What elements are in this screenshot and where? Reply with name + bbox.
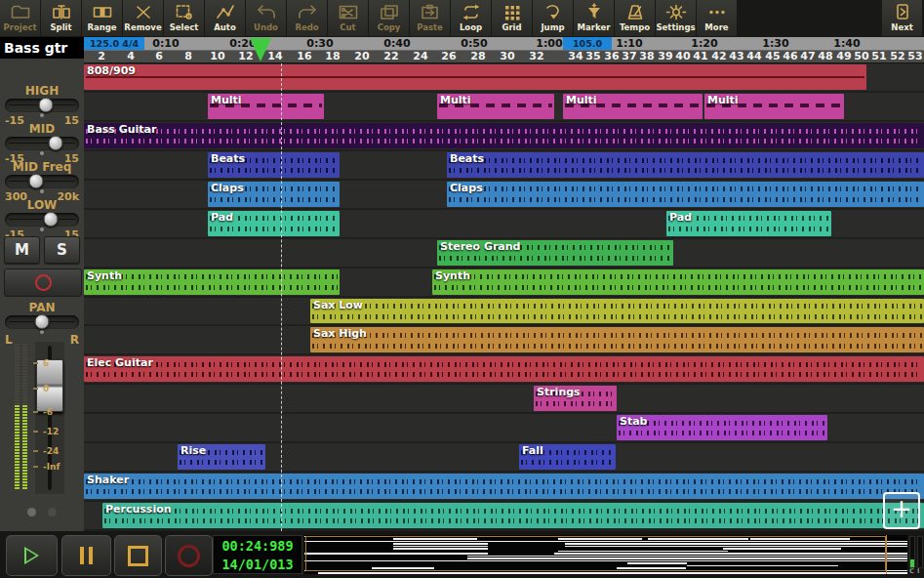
fader-cap[interactable] [36,359,63,412]
playhead-marker-icon[interactable] [250,38,271,62]
level-meter-left [15,344,20,492]
track-lane-shaker[interactable]: Shaker [84,473,924,502]
add-track-button[interactable]: + [883,492,920,529]
toolbar-button-marker[interactable]: Marker [574,0,614,36]
track-lane-stereo-grand[interactable]: Stereo Grand [84,239,924,268]
clip-percussion[interactable]: Percussion [102,503,924,528]
solo-button[interactable]: S [44,236,80,264]
panel-page-dots[interactable] [0,508,84,516]
clip-synth[interactable]: Synth [84,269,340,295]
toolbar-button-tempo[interactable]: Tempo [615,0,655,36]
clip-claps[interactable]: Claps [447,182,924,207]
stop-button[interactable] [114,535,162,576]
track-lane-pad[interactable]: PadPad [84,210,924,239]
pause-button[interactable] [61,535,111,576]
clip-stereo-grand[interactable]: Stereo Grand [437,240,673,266]
toolbar-button-loop[interactable]: Loop [451,0,491,36]
bar-number-label: 52 [890,50,904,62]
toolbar-button-auto[interactable]: Auto [205,0,245,36]
clip-claps[interactable]: Claps [208,182,340,207]
slider-groove[interactable] [5,99,79,112]
play-button[interactable] [6,535,58,576]
slider-thumb[interactable] [44,212,59,227]
ruler-time-row[interactable]: 0:100:200:300:400:501:001:101:201:301:40… [84,37,924,51]
clip-multi[interactable]: Multi [208,94,324,119]
bar-number-label: 42 [711,50,726,62]
ruler-bars-row[interactable]: 2468101214161820222426283032343536373839… [84,51,924,63]
slider-groove[interactable] [5,175,79,188]
clip-stab[interactable]: Stab [617,415,827,440]
clip-elec-guitar[interactable]: Elec Guitar [84,356,924,382]
clip-strings[interactable]: Strings [534,386,617,411]
clip-multi[interactable]: Multi [704,94,844,119]
slider-thumb[interactable] [38,98,53,112]
slider-groove[interactable] [5,137,79,150]
time-label: 0:10 [152,37,179,50]
slider-groove[interactable] [5,213,79,227]
toolbar-button-next[interactable]: Next [882,0,922,36]
folder-icon [10,1,31,22]
bar-number-label: 44 [746,50,761,62]
track-lane-synth[interactable]: SynthSynth [84,268,924,298]
toolbar-button-remove[interactable]: Remove [123,0,163,36]
clip-sax-high[interactable]: Sax High [310,327,924,352]
toolbar-button-redo[interactable]: Redo [287,0,327,36]
clip-beats[interactable]: Beats [447,152,924,178]
grid-icon [502,1,523,22]
toolbar-button-copy[interactable]: Copy [369,0,409,36]
clip-label: Synth [87,269,122,282]
clip-bass-guitar[interactable]: Bass Guitar [84,123,924,148]
clip-beats[interactable]: Beats [208,152,340,178]
clip-sax-low[interactable]: Sax Low [310,299,924,324]
pan-slider[interactable] [5,315,79,329]
remove-icon [133,1,154,22]
track-lane-rise-fall[interactable]: RiseFall [84,443,924,473]
slider-thumb[interactable] [28,174,43,188]
toolbar-button-grid[interactable]: Grid [492,0,532,36]
tempo-marker[interactable]: 105.0 4/4 [563,37,612,50]
toolbar-button-jump[interactable]: Jump [533,0,573,36]
mute-button[interactable]: M [4,236,40,264]
toolbar-button-project[interactable]: Project [0,0,40,36]
track-lane-percussion[interactable]: Percussion [84,502,924,531]
clip-multi[interactable]: Multi [437,94,554,119]
toolbar-button-cut[interactable]: Cut [328,0,368,36]
toolbar-button-paste[interactable]: Paste [410,0,450,36]
track-lane-elec-guitar[interactable]: Elec Guitar [84,355,924,385]
track-lane-808-909[interactable]: 808/909 [84,63,924,93]
track-lane-sax-low[interactable]: Sax Low [84,298,924,327]
clip-shaker[interactable]: Shaker [84,474,924,499]
pan-thumb[interactable] [35,314,50,329]
tempo-marker[interactable]: 125.0 4/4 [84,37,144,50]
eq-slider-mid-freq: MID Freq30020k [5,160,79,203]
toolbar-button-more[interactable]: More [697,0,737,36]
track-lane-strings[interactable]: Strings [84,385,924,414]
toolbar-button-range[interactable]: Range [82,0,122,36]
redo-icon [297,1,318,22]
paste-icon [420,1,441,22]
track-lane-claps[interactable]: ClapsClaps [84,181,924,210]
clip-808-909[interactable]: 808/909 [84,64,866,90]
clip-rise[interactable]: Rise [178,444,265,470]
clip-label: Sax High [313,327,367,340]
slider-thumb[interactable] [48,136,62,150]
arm-record-button[interactable] [4,268,82,297]
track-lane-bass-guitar[interactable]: Bass Guitar [84,122,924,151]
track-lane-multi[interactable]: MultiMultiMultiMulti [84,93,924,122]
clip-pad[interactable]: Pad [208,211,340,236]
time-label: 1:40 [833,37,860,50]
overview-bar [554,553,907,555]
song-overview[interactable] [304,535,907,574]
record-button[interactable] [165,535,213,576]
clip-fall[interactable]: Fall [519,444,616,470]
track-lane-sax-high[interactable]: Sax High [84,326,924,355]
toolbar-button-settings[interactable]: Settings [656,0,696,36]
track-lane-beats[interactable]: BeatsBeats [84,151,924,181]
toolbar-button-select[interactable]: Select [164,0,204,36]
clip-pad[interactable]: Pad [666,211,831,236]
clip-multi[interactable]: Multi [563,94,703,119]
clip-synth[interactable]: Synth [432,269,924,295]
toolbar-button-split[interactable]: Split [41,0,81,36]
track-lane-stab[interactable]: Stab [84,414,924,443]
toolbar-button-undo[interactable]: Undo [246,0,286,36]
